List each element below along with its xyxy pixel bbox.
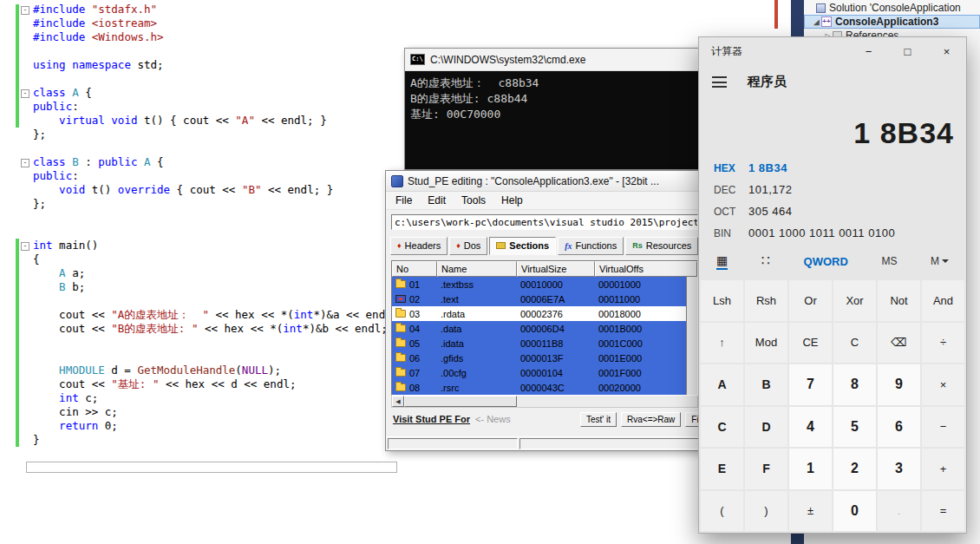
section-row-00cfg[interactable]: 07.00cfg000001040001F000 xyxy=(392,365,697,380)
code-line[interactable]: }; xyxy=(21,128,398,141)
maximize-button[interactable]: □ xyxy=(888,37,927,65)
button-rva-raw[interactable]: Rva<=>Raw xyxy=(621,412,681,427)
calc-key-hex-a[interactable]: A xyxy=(701,364,743,405)
calc-key-digit-1[interactable]: 1 xyxy=(789,449,832,489)
calc-key-or[interactable]: Or xyxy=(789,280,832,321)
code-line[interactable]: using namespace std; xyxy=(21,58,398,72)
file-path-field[interactable]: c:\users\work-pc\documents\visual studio… xyxy=(391,214,698,230)
column-header-virtualsize[interactable]: VirtualSize xyxy=(517,261,595,277)
calc-key-plus-minus[interactable]: ± xyxy=(789,491,832,532)
calc-key-digit-4[interactable]: 4 xyxy=(789,407,832,448)
word-size-button[interactable]: QWORD xyxy=(804,255,848,268)
calc-key-subtract[interactable]: − xyxy=(922,407,964,448)
fold-marker-icon[interactable]: - xyxy=(21,6,29,15)
scroll-left-icon[interactable] xyxy=(392,396,404,407)
column-header-name[interactable]: Name xyxy=(437,261,517,277)
calc-key-clear[interactable]: C xyxy=(833,323,876,364)
calc-key-close-paren[interactable]: ) xyxy=(745,491,787,532)
calculator-mode-label[interactable]: 程序员 xyxy=(748,74,787,90)
vertical-scrollbar[interactable] xyxy=(686,277,697,395)
fold-marker-icon[interactable]: - xyxy=(21,89,29,98)
column-header-no[interactable]: No xyxy=(392,261,437,277)
column-header-virtualoffs[interactable]: VirtualOffs xyxy=(595,261,697,277)
code-area[interactable]: -#include "stdafx.h"#include <iostream>#… xyxy=(21,3,398,447)
section-row-data[interactable]: 04.data000006D40001B000 xyxy=(392,321,697,336)
code-line[interactable]: int c; xyxy=(21,391,398,405)
menu-item-tools[interactable]: Tools xyxy=(454,193,493,208)
calc-key-digit-6[interactable]: 6 xyxy=(878,407,920,448)
code-line[interactable] xyxy=(21,72,398,86)
calc-key-divide[interactable]: ÷ xyxy=(922,323,964,364)
calc-key-add[interactable]: + xyxy=(922,449,964,489)
minimize-button[interactable]: − xyxy=(849,37,888,65)
calc-key-hex-e[interactable]: E xyxy=(701,449,743,489)
bit-toggle-keypad-icon[interactable] xyxy=(761,254,770,268)
solution-item-solution-consoleapplication[interactable]: Solution 'ConsoleApplication xyxy=(804,1,980,15)
memory-menu-button[interactable]: M xyxy=(931,255,949,267)
code-line[interactable] xyxy=(21,350,398,364)
section-row-text[interactable]: 02.text00006E7A00011000 xyxy=(392,292,697,306)
full-keypad-icon[interactable] xyxy=(716,253,728,270)
code-line[interactable]: void t() override { cout << "B" << endl;… xyxy=(21,183,398,197)
tab-sections[interactable]: Sections xyxy=(489,237,556,255)
calc-key-backspace[interactable]: ⌫ xyxy=(878,323,920,364)
code-line[interactable]: virtual void t() { cout << "A" << endl; … xyxy=(21,114,398,128)
calc-key-not[interactable]: Not xyxy=(878,280,920,321)
code-line[interactable]: #include <Windows.h> xyxy=(21,30,398,44)
code-line[interactable]: B b; xyxy=(21,280,398,294)
code-line[interactable]: public: xyxy=(21,169,398,183)
calc-key-digit-0[interactable]: 0 xyxy=(833,491,876,532)
calc-key-hex-f[interactable]: F xyxy=(745,449,787,489)
calc-key-hex-d[interactable]: D xyxy=(745,407,787,448)
visit-studpe-link[interactable]: Visit Stud PE For xyxy=(393,414,470,424)
code-line[interactable]: }; xyxy=(21,197,398,211)
cmd-output[interactable]: A的虚表地址： c88b34B的虚表地址: c88b44基址: 00C70000 xyxy=(405,71,705,127)
calc-key-clear-entry[interactable]: CE xyxy=(789,323,832,364)
code-line[interactable] xyxy=(21,336,398,350)
section-row-idata[interactable]: 05.idata000011B80001C000 xyxy=(392,336,697,351)
calc-key-mod[interactable]: Mod xyxy=(745,323,787,364)
close-button[interactable]: × xyxy=(927,37,966,65)
code-line[interactable]: -int main() xyxy=(21,239,398,252)
code-line[interactable]: public: xyxy=(21,100,398,114)
menu-item-edit[interactable]: Edit xyxy=(420,193,454,208)
code-line[interactable]: #include <iostream> xyxy=(21,16,398,30)
code-line[interactable]: cout << "基址: " << hex << d << endl; xyxy=(21,377,398,391)
code-line[interactable] xyxy=(21,294,398,308)
menu-item-file[interactable]: File xyxy=(388,193,420,208)
code-line[interactable]: HMODULE d = GetModuleHandle(NULL); xyxy=(21,364,398,377)
calculator-titlebar[interactable]: 计算器 − □ × xyxy=(699,37,966,65)
calc-key-digit-9[interactable]: 9 xyxy=(878,364,920,405)
tab-resources[interactable]: RsResources xyxy=(625,237,698,255)
code-line[interactable]: -class B : public A { xyxy=(21,155,398,169)
horizontal-scrollbar[interactable] xyxy=(391,396,698,408)
code-line[interactable]: cin >> c; xyxy=(21,405,398,419)
calc-key-digit-3[interactable]: 3 xyxy=(878,449,920,489)
calc-key-lsh[interactable]: Lsh xyxy=(701,280,743,321)
calc-key-open-paren[interactable]: ( xyxy=(701,491,743,532)
cmd-titlebar[interactable]: C:\ C:\WINDOWS\system32\cmd.exe xyxy=(405,49,705,71)
calc-key-digit-7[interactable]: 7 xyxy=(789,364,832,405)
section-row-textbss[interactable]: 01.textbss0001000000001000 xyxy=(392,277,697,292)
section-row-rdata[interactable]: 03.rdata0000237600018000 xyxy=(392,306,697,321)
calc-key-xor[interactable]: Xor xyxy=(833,280,876,321)
calc-key-hex-c[interactable]: C xyxy=(701,407,743,448)
calc-key-equals[interactable]: = xyxy=(922,491,964,532)
calc-key-and[interactable]: And xyxy=(922,280,964,321)
radix-row-dec[interactable]: DEC101,172 xyxy=(699,179,966,200)
section-row-rsrc[interactable]: 08.rsrc0000043C00020000 xyxy=(392,380,697,395)
calc-key-multiply[interactable]: × xyxy=(922,364,964,405)
radix-row-bin[interactable]: BIN0001 1000 1011 0011 0100 xyxy=(699,222,966,244)
calc-key-rsh[interactable]: Rsh xyxy=(745,280,787,321)
code-line[interactable]: } xyxy=(21,433,398,447)
scroll-thumb[interactable] xyxy=(404,396,517,407)
tab-dos[interactable]: ♦Dos xyxy=(449,237,487,255)
solution-item-consoleapplication3[interactable]: ◢++ConsoleApplication3 xyxy=(804,15,980,29)
code-line[interactable]: -class A { xyxy=(21,86,398,100)
radix-row-oct[interactable]: OCT305 464 xyxy=(699,200,966,222)
code-line[interactable]: A a; xyxy=(21,266,398,280)
calc-key-shift-up[interactable]: ↑ xyxy=(701,323,743,364)
code-line[interactable]: { xyxy=(21,252,398,266)
calc-key-digit-2[interactable]: 2 xyxy=(833,449,876,489)
calc-key-digit-8[interactable]: 8 xyxy=(833,364,876,405)
